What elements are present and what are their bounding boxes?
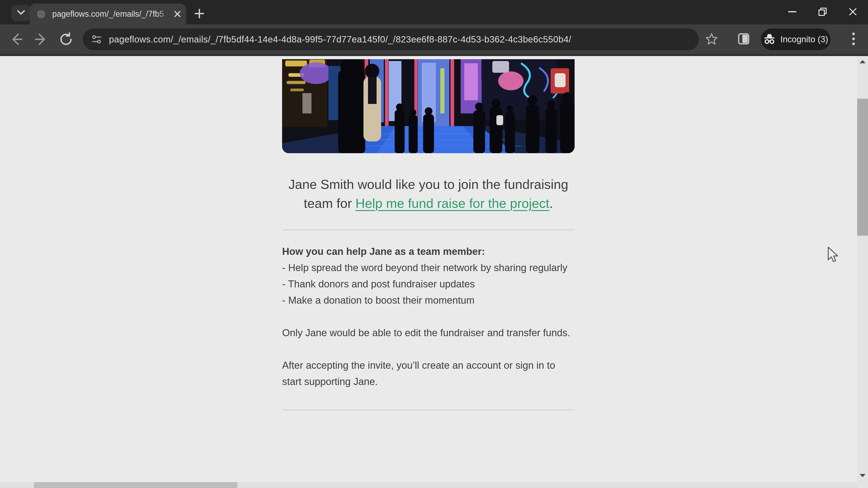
- url-text: pageflows.com/_/emails/_/7fb5df44-14e4-4…: [109, 34, 571, 44]
- mouse-cursor: [827, 246, 840, 265]
- back-button[interactable]: [8, 32, 24, 48]
- kebab-menu-icon: [852, 32, 855, 46]
- forward-button[interactable]: [33, 32, 49, 48]
- triangle-down-icon: [859, 474, 866, 479]
- side-panel-button[interactable]: [735, 30, 753, 48]
- triangle-up-icon: [859, 60, 866, 65]
- new-tab-button[interactable]: [191, 6, 208, 22]
- vertical-scrollbar[interactable]: [857, 56, 868, 482]
- tab-title-fade: [156, 4, 172, 24]
- tab-strip: pageflows.com/_/emails/_/7fb5: [0, 0, 868, 24]
- page-viewport: Jane Smith would like you to join the fu…: [0, 56, 868, 488]
- side-panel-icon: [738, 33, 749, 46]
- horizontal-scrollbar-thumb[interactable]: [34, 482, 237, 488]
- help-bullet-3: - Make a donation to boost their momentu…: [282, 292, 575, 308]
- restore-button[interactable]: [807, 0, 838, 24]
- accept-invite-note: After accepting the invite, you’ll creat…: [282, 357, 575, 390]
- tab-title: pageflows.com/_/emails/_/7fb5: [52, 4, 170, 24]
- window-controls: [777, 0, 868, 24]
- close-window-button[interactable]: [838, 0, 868, 24]
- fundraiser-link[interactable]: Help me fund raise for the project: [355, 196, 550, 210]
- fundraiser-hero-image: [282, 59, 575, 153]
- email-body: Jane Smith would like you to join the fu…: [282, 59, 575, 410]
- tab-search-button[interactable]: [11, 5, 31, 21]
- url-bar[interactable]: pageflows.com/_/emails/_/7fb5df44-14e4-4…: [83, 29, 699, 50]
- bookmark-star-icon: [705, 32, 718, 46]
- incognito-label: Incognito (3): [780, 35, 828, 44]
- scrollbar-corner: [857, 482, 868, 488]
- bookmark-button[interactable]: [703, 30, 721, 48]
- tab-close-button[interactable]: [173, 9, 182, 19]
- scroll-down-button[interactable]: [857, 470, 868, 482]
- browser-tab[interactable]: pageflows.com/_/emails/_/7fb5: [30, 4, 186, 24]
- globe-icon: [36, 9, 46, 20]
- forward-icon: [34, 32, 49, 47]
- help-heading: How you can help Jane as a team member:: [282, 243, 575, 260]
- close-icon: [848, 7, 858, 18]
- invite-heading-period: .: [549, 196, 553, 210]
- horizontal-scrollbar[interactable]: [0, 482, 857, 488]
- chevron-down-icon: [17, 10, 26, 16]
- scroll-up-button[interactable]: [857, 56, 868, 68]
- incognito-spy-icon: [763, 33, 776, 46]
- plus-icon: [194, 8, 204, 20]
- minimize-button[interactable]: [777, 0, 807, 24]
- vertical-scrollbar-thumb[interactable]: [857, 99, 868, 236]
- reload-icon: [59, 32, 73, 47]
- reload-button[interactable]: [58, 32, 74, 48]
- back-icon: [9, 32, 24, 47]
- site-settings-icon[interactable]: [91, 34, 102, 45]
- minimize-icon: [787, 7, 797, 18]
- help-bullet-1: - Help spread the word beyond their netw…: [282, 260, 575, 276]
- invite-heading: Jane Smith would like you to join the fu…: [284, 175, 572, 213]
- browser-toolbar: pageflows.com/_/emails/_/7fb5df44-14e4-4…: [0, 24, 868, 56]
- browser-window: pageflows.com/_/emails/_/7fb5: [0, 0, 868, 488]
- divider-top: [282, 230, 575, 230]
- incognito-badge[interactable]: Incognito (3): [761, 29, 831, 50]
- divider-bottom: [282, 410, 575, 410]
- email-copy: How you can help Jane as a team member: …: [282, 243, 575, 390]
- menu-button[interactable]: [844, 30, 863, 48]
- restore-icon: [817, 7, 828, 18]
- help-bullet-2: - Thank donors and post fundraiser updat…: [282, 276, 575, 292]
- edit-rights-note: Only Jane would be able to edit the fund…: [282, 325, 575, 341]
